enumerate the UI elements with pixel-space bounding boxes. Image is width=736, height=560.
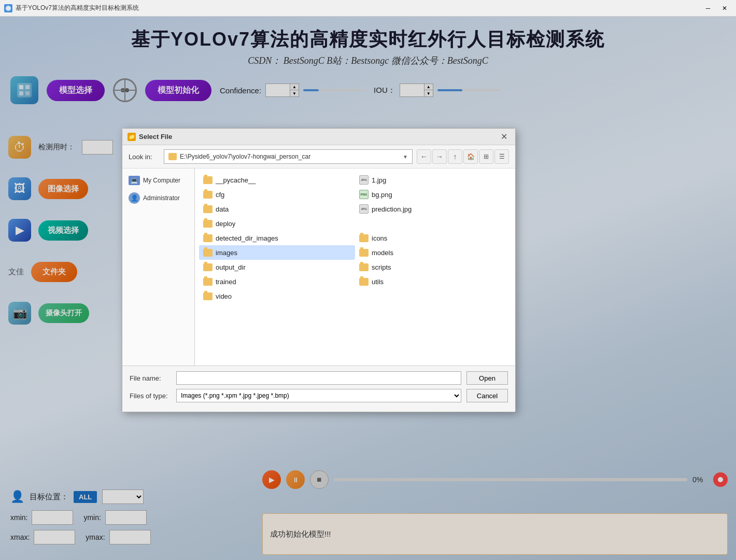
file-name: cfg [216,191,224,199]
look-in-folder-icon [168,153,177,160]
user-icon: 👤 [129,192,140,204]
file-name-input[interactable] [176,371,461,385]
nav-up-button[interactable]: ↑ [448,149,462,164]
file-dialog: 📁 Select File ✕ Look in: E:\Pyside6_yolo… [122,128,516,412]
file-name: scripts [372,263,391,271]
folder-icon [203,292,213,300]
nav-forward-button[interactable]: → [432,149,447,164]
files-panel[interactable]: __pycache__ JPG 1.jpg cfg PNG bg.png [195,169,515,366]
dialog-title-bar: 📁 Select File ✕ [122,129,515,145]
file-name: __pycache__ [216,176,256,184]
folder-icon [359,249,369,257]
file-item-detected[interactable]: detected_dir_images [199,231,355,245]
file-item-data[interactable]: data [199,202,355,216]
dialog-title-left: 📁 Select File [128,133,172,141]
file-name: data [216,205,229,213]
file-item-deploy[interactable]: deploy [199,216,355,231]
dialog-footer: File name: Open Files of type: Images (*… [122,366,515,412]
app-window: 基于YOLOv7算法的高精度实时目标检测系统 ─ ✕ 基于YOLOv7算法的高精… [0,0,736,560]
folder-icon [359,234,369,242]
open-button[interactable]: Open [466,371,508,385]
files-of-type-label: Files of type: [130,392,171,400]
folder-icon [203,278,213,286]
places-panel: 💻 My Computer 👤 Administrator [122,169,195,366]
file-item-prediction[interactable]: JPG prediction.jpg [355,202,511,216]
look-in-nav: ← → ↑ 🏠 ⊞ ☰ [417,149,509,164]
close-button[interactable]: ✕ [717,3,732,13]
look-in-path: E:\Pyside6_yolov7\yolov7-hongwai_person_… [180,153,400,160]
folder-icon [203,220,213,228]
look-in-combo[interactable]: E:\Pyside6_yolov7\yolov7-hongwai_person_… [164,149,413,164]
file-item-trained[interactable]: trained [199,274,355,289]
place-administrator[interactable]: 👤 Administrator [124,189,192,207]
file-name: images [216,249,237,257]
file-item-video[interactable]: video [199,289,355,303]
svg-point-0 [6,6,11,11]
title-bar-controls: ─ ✕ [701,3,732,13]
png-icon: PNG [359,190,369,199]
file-name: prediction.jpg [372,205,412,213]
jpg-icon: JPG [359,175,369,185]
main-content: 基于YOLOv7算法的高精度实时红外行人目标检测系统 CSDN： BestSon… [0,17,736,560]
file-name: bg.png [372,191,392,199]
folder-icon [203,249,213,257]
file-item-output[interactable]: output_dir [199,260,355,274]
app-icon [4,4,12,12]
nav-back-button[interactable]: ← [417,149,431,164]
file-name-label: File name: [130,374,171,382]
folder-icon [359,278,369,286]
file-name: detected_dir_images [216,234,278,242]
look-in-arrow-icon: ▼ [403,154,408,160]
place-my-computer-label: My Computer [143,177,180,184]
folder-icon [203,176,213,184]
place-administrator-label: Administrator [143,194,180,202]
computer-icon: 💻 [129,176,140,185]
title-bar-left: 基于YOLOv7算法的高精度实时目标检测系统 [4,4,139,12]
file-item-pycache[interactable]: __pycache__ [199,173,355,187]
file-name: output_dir [216,263,246,271]
folder-icon [203,263,213,271]
file-name: models [372,249,393,257]
title-bar-text: 基于YOLOv7算法的高精度实时目标检测系统 [16,4,139,12]
nav-grid-view-button[interactable]: ⊞ [479,149,493,164]
file-item-images[interactable]: images [199,245,355,260]
file-item-scripts[interactable]: scripts [355,260,511,274]
place-my-computer[interactable]: 💻 My Computer [124,173,192,188]
look-in-label: Look in: [129,153,160,161]
file-name: 1.jpg [372,176,386,184]
file-item-cfg[interactable]: cfg [199,187,355,202]
nav-home-button[interactable]: 🏠 [463,149,478,164]
minimize-button[interactable]: ─ [701,3,715,13]
folder-icon [203,205,213,213]
file-item-icons[interactable]: icons [355,231,511,245]
file-name: icons [372,234,387,242]
dialog-close-button[interactable]: ✕ [498,131,510,143]
title-bar: 基于YOLOv7算法的高精度实时目标检测系统 ─ ✕ [0,0,736,17]
dialog-overlay: 📁 Select File ✕ Look in: E:\Pyside6_yolo… [0,17,736,560]
dialog-title-text: Select File [139,133,172,141]
files-of-type-select[interactable]: Images (*.png *.xpm *.jpg *.jpeg *.bmp) [176,389,461,402]
file-name-row: File name: Open [130,371,508,385]
file-item-utils[interactable]: utils [355,274,511,289]
dialog-icon: 📁 [128,133,136,141]
nav-list-view-button[interactable]: ☰ [494,149,509,164]
jpg-icon: JPG [359,204,369,214]
file-name: deploy [216,220,235,228]
look-in-row: Look in: E:\Pyside6_yolov7\yolov7-hongwa… [122,145,515,169]
folder-icon [203,234,213,242]
file-item-models[interactable]: models [355,245,511,260]
folder-icon [359,263,369,271]
folder-icon [203,191,213,199]
cancel-button[interactable]: Cancel [466,389,508,402]
file-item-bgpng[interactable]: PNG bg.png [355,187,511,202]
file-name: trained [216,278,236,286]
file-name: video [216,292,232,300]
file-item-1jpg[interactable]: JPG 1.jpg [355,173,511,187]
dialog-body: 💻 My Computer 👤 Administrator [122,169,515,366]
files-of-type-row: Files of type: Images (*.png *.xpm *.jpg… [130,389,508,402]
file-name: utils [372,278,384,286]
